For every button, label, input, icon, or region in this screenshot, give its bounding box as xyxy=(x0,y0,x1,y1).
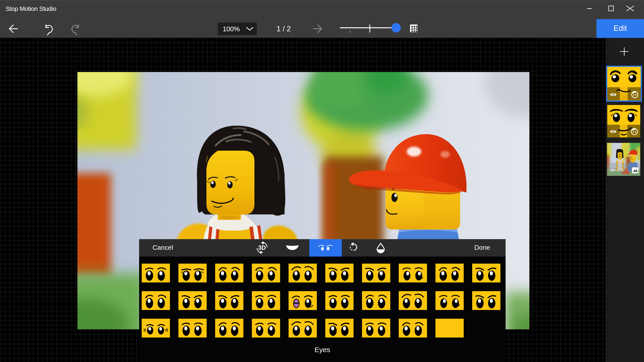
svg-text:3D: 3D xyxy=(258,244,266,251)
